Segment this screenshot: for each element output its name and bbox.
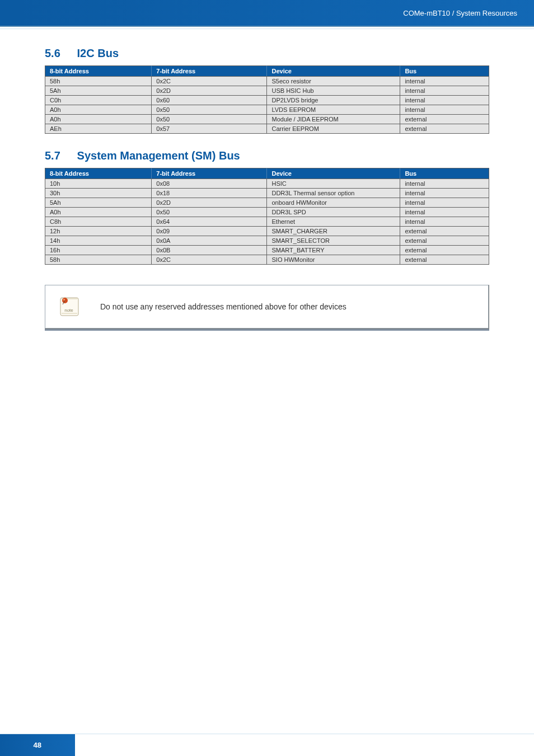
table-row: A0h0x50Module / JIDA EEPROMexternal (45, 115, 489, 124)
cell-bus: internal (400, 179, 489, 189)
cell-bus: external (400, 255, 489, 265)
cell-device: Ethernet (267, 217, 400, 227)
section-heading-i2c: 5.6 I2C Bus (45, 47, 489, 60)
cell-device: SMART_CHARGER (267, 227, 400, 236)
cell-addr7: 0x50 (152, 105, 267, 115)
cell-addr8: 12h (45, 227, 152, 236)
cell-addr8: A0h (45, 115, 152, 124)
col-device: Device (267, 66, 400, 77)
cell-addr7: 0x18 (152, 189, 267, 198)
note-text: Do not use any reserved addresses mentio… (93, 285, 488, 328)
col-bus: Bus (400, 66, 489, 77)
cell-bus: internal (400, 189, 489, 198)
cell-addr8: 30h (45, 189, 152, 198)
cell-bus: internal (400, 105, 489, 115)
cell-bus: external (400, 124, 489, 134)
cell-device: Carrier EEPROM (267, 124, 400, 134)
table-header-row: 8-bit Address 7-bit Address Device Bus (45, 66, 489, 77)
page-number: 48 (0, 734, 75, 756)
cell-addr7: 0x09 (152, 227, 267, 236)
cell-bus: internal (400, 96, 489, 105)
cell-addr7: 0x57 (152, 124, 267, 134)
cell-device: onboard HWMonitor (267, 198, 400, 208)
cell-addr8: 58h (45, 255, 152, 265)
col-device: Device (267, 168, 400, 179)
table-header-row: 8-bit Address 7-bit Address Device Bus (45, 168, 489, 179)
table-row: C8h0x64Ethernetinternal (45, 217, 489, 227)
cell-addr7: 0x08 (152, 179, 267, 189)
cell-addr8: 10h (45, 179, 152, 189)
cell-device: SMART_SELECTOR (267, 236, 400, 246)
table-row: C0h0x60DP2LVDS bridgeinternal (45, 96, 489, 105)
cell-device: DDR3L SPD (267, 208, 400, 217)
cell-addr7: 0x64 (152, 217, 267, 227)
col-bus: Bus (400, 168, 489, 179)
cell-bus: internal (400, 198, 489, 208)
cell-bus: external (400, 236, 489, 246)
cell-addr7: 0x2D (152, 198, 267, 208)
section-title: System Management (SM) Bus (77, 149, 240, 162)
table-row: AEh0x57Carrier EEPROMexternal (45, 124, 489, 134)
i2c-bus-table: 8-bit Address 7-bit Address Device Bus 5… (45, 65, 489, 134)
cell-addr7: 0x50 (152, 208, 267, 217)
table-row: 12h0x09SMART_CHARGERexternal (45, 227, 489, 236)
note-callout-underline (45, 329, 489, 331)
cell-bus: internal (400, 86, 489, 96)
cell-addr8: 14h (45, 236, 152, 246)
page-content: 5.6 I2C Bus 8-bit Address 7-bit Address … (0, 29, 534, 342)
col-7bit-address: 7-bit Address (152, 66, 267, 77)
cell-bus: internal (400, 217, 489, 227)
table-row: A0h0x50DDR3L SPDinternal (45, 208, 489, 217)
cell-bus: external (400, 246, 489, 255)
cell-addr8: A0h (45, 208, 152, 217)
cell-device: USB HSIC Hub (267, 86, 400, 96)
cell-device: DP2LVDS bridge (267, 96, 400, 105)
section-title: I2C Bus (77, 47, 119, 59)
section-number: 5.7 (45, 149, 74, 162)
breadcrumb: COMe-mBT10 / System Resources (403, 9, 517, 17)
note-callout-wrap: note Do not use any reserved addresses m… (45, 285, 489, 329)
cell-addr7: 0x2D (152, 86, 267, 96)
table-row: A0h0x50LVDS EEPROMinternal (45, 105, 489, 115)
cell-addr8: C0h (45, 96, 152, 105)
cell-addr7: 0x2C (152, 255, 267, 265)
cell-device: Module / JIDA EEPROM (267, 115, 400, 124)
section-number: 5.6 (45, 47, 74, 60)
cell-device: S5eco resistor (267, 77, 400, 86)
table-row: 58h0x2CS5eco resistorinternal (45, 77, 489, 86)
table-row: 5Ah0x2DUSB HSIC Hubinternal (45, 86, 489, 96)
note-callout: note Do not use any reserved addresses m… (45, 285, 489, 328)
cell-addr8: 16h (45, 246, 152, 255)
cell-bus: external (400, 227, 489, 236)
note-icon: note (45, 285, 93, 328)
page-footer: 48 (0, 734, 534, 756)
col-8bit-address: 8-bit Address (45, 168, 152, 179)
svg-text:note: note (64, 308, 73, 313)
col-7bit-address: 7-bit Address (152, 168, 267, 179)
cell-addr7: 0x0B (152, 246, 267, 255)
table-row: 58h0x2CSIO HWMonitorexternal (45, 255, 489, 265)
cell-addr8: 5Ah (45, 86, 152, 96)
cell-device: SMART_BATTERY (267, 246, 400, 255)
cell-bus: internal (400, 77, 489, 86)
table-row: 5Ah0x2Donboard HWMonitorinternal (45, 198, 489, 208)
cell-device: LVDS EEPROM (267, 105, 400, 115)
cell-addr7: 0x2C (152, 77, 267, 86)
page-header: COMe-mBT10 / System Resources (0, 0, 534, 26)
table-row: 16h0x0BSMART_BATTERYexternal (45, 246, 489, 255)
cell-addr8: AEh (45, 124, 152, 134)
cell-device: HSIC (267, 179, 400, 189)
cell-addr8: 5Ah (45, 198, 152, 208)
table-row: 30h0x18DDR3L Thermal sensor optionintern… (45, 189, 489, 198)
col-8bit-address: 8-bit Address (45, 66, 152, 77)
table-row: 14h0x0ASMART_SELECTORexternal (45, 236, 489, 246)
cell-addr8: A0h (45, 105, 152, 115)
cell-device: SIO HWMonitor (267, 255, 400, 265)
note-pin-icon: note (57, 294, 82, 319)
cell-bus: external (400, 115, 489, 124)
table-row: 10h0x08HSICinternal (45, 179, 489, 189)
cell-addr8: 58h (45, 77, 152, 86)
smbus-table: 8-bit Address 7-bit Address Device Bus 1… (45, 168, 489, 265)
cell-addr7: 0x50 (152, 115, 267, 124)
cell-addr7: 0x0A (152, 236, 267, 246)
